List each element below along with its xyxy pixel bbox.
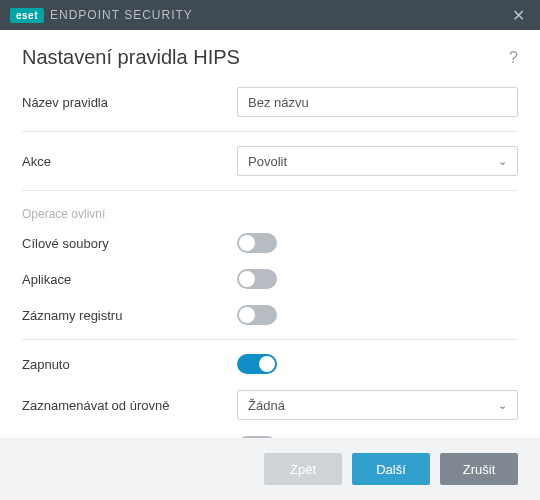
rule-name-input[interactable]: [237, 87, 518, 117]
brand-text: ENDPOINT SECURITY: [50, 8, 193, 22]
footer: Zpět Další Zrušit: [0, 438, 540, 500]
target-files-toggle[interactable]: [237, 233, 277, 253]
content: Název pravidla Akce Povolit ⌄ Operace ov…: [0, 79, 540, 471]
row-action: Akce Povolit ⌄: [22, 138, 518, 184]
action-select[interactable]: Povolit ⌄: [237, 146, 518, 176]
action-label: Akce: [22, 154, 237, 169]
chevron-down-icon: ⌄: [498, 155, 507, 168]
action-value: Povolit: [248, 154, 287, 169]
registry-label: Záznamy registru: [22, 308, 237, 323]
brand-badge: eset: [10, 8, 44, 23]
divider: [22, 190, 518, 191]
log-level-value: Žádná: [248, 398, 285, 413]
enabled-label: Zapnuto: [22, 357, 237, 372]
page-title: Nastavení pravidla HIPS: [22, 46, 509, 69]
enabled-toggle[interactable]: [237, 354, 277, 374]
registry-toggle[interactable]: [237, 305, 277, 325]
dialog-header: Nastavení pravidla HIPS ?: [0, 30, 540, 79]
cancel-button[interactable]: Zrušit: [440, 453, 518, 485]
target-files-label: Cílové soubory: [22, 236, 237, 251]
applications-label: Aplikace: [22, 272, 237, 287]
rule-name-label: Název pravidla: [22, 95, 237, 110]
operations-section-label: Operace ovlivní: [22, 197, 518, 225]
titlebar: eset ENDPOINT SECURITY ✕: [0, 0, 540, 30]
chevron-down-icon: ⌄: [498, 399, 507, 412]
row-applications: Aplikace: [22, 261, 518, 297]
row-log-level: Zaznamenávat od úrovně Žádná ⌄: [22, 382, 518, 428]
row-registry: Záznamy registru: [22, 297, 518, 333]
applications-toggle[interactable]: [237, 269, 277, 289]
close-icon[interactable]: ✕: [506, 6, 530, 25]
divider: [22, 131, 518, 132]
row-enabled: Zapnuto: [22, 346, 518, 382]
row-rule-name: Název pravidla: [22, 79, 518, 125]
row-target-files: Cílové soubory: [22, 225, 518, 261]
back-button[interactable]: Zpět: [264, 453, 342, 485]
log-level-label: Zaznamenávat od úrovně: [22, 398, 237, 413]
log-level-select[interactable]: Žádná ⌄: [237, 390, 518, 420]
help-icon[interactable]: ?: [509, 49, 518, 67]
divider: [22, 339, 518, 340]
next-button[interactable]: Další: [352, 453, 430, 485]
